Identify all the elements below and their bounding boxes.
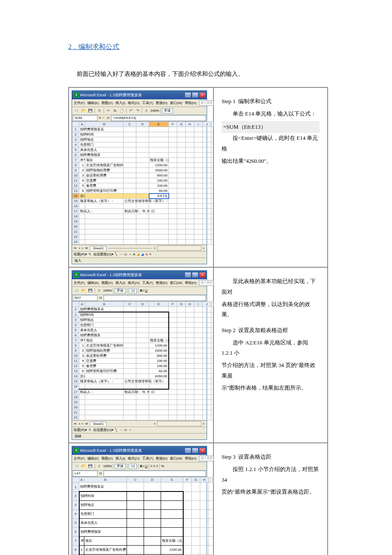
step2-screenshot-cell: XMicrosoft Excel - 1.3招聘费用预算表 _□× 文件(F)编… (69, 267, 213, 443)
undo-icon[interactable]: ↶ (128, 108, 134, 114)
confirm-formula-icon[interactable]: ✓ (102, 116, 105, 120)
document-page: 2．编制求和公式 前面已经输入好了表格的基本内容，下面介绍求和公式的输入。 X … (0, 0, 392, 555)
spreadsheet-grid[interactable]: ABCDEFGHIJKL 1招聘费用预算表 2招聘时间 3招聘地点 4负责部门 … (72, 301, 228, 420)
step2-body1: 选中 A2:E16 单元格区域，参阅 1.2.1 小 (222, 338, 320, 358)
standard-toolbar: □ 📂 💾 ⎙ ✂ ⧉ 📋 ↶ ↷ Σ 100% (72, 107, 207, 115)
name-box[interactable]: N27 (73, 295, 98, 301)
step2-body2: 节介绍的方法，对照第 34 页的"最终效果展 (222, 360, 320, 381)
copy-icon[interactable]: ⧉ (112, 108, 118, 114)
excel-window-1: X Microsoft Excel - 1.3招聘费用预算表 _ □ × 文件(… (72, 90, 207, 264)
redo-icon[interactable]: ↷ (135, 108, 141, 114)
menu-data[interactable]: 数据(D) (156, 101, 167, 105)
minimize-button[interactable]: _ (184, 92, 191, 98)
heading-number: 2． (68, 43, 78, 50)
line-color-icon[interactable]: ◢ (141, 252, 144, 257)
rectangle-icon[interactable]: ▭ (124, 252, 127, 257)
step3-screenshot-cell: XMicrosoft Excel - 1.3招聘费用预算表 _□× 文件(F)编… (69, 443, 213, 555)
print-icon[interactable]: ⎙ (96, 108, 102, 114)
menu-bar: 文件(F) 编辑(E) 视图(V) 插入(I) 格式(O) 工具(T) 数据(D… (72, 99, 207, 107)
italic-icon[interactable]: I (143, 289, 144, 293)
status-bar: 输入 (72, 257, 207, 264)
tab-nav-next[interactable]: ▸ (82, 246, 84, 250)
maximize-button[interactable]: □ (192, 448, 199, 454)
line-icon[interactable]: ╲ (115, 252, 117, 257)
align-left-icon[interactable]: ≡ (150, 464, 153, 468)
fx-icon[interactable]: fx (99, 471, 102, 476)
font-name[interactable]: 宋体 (162, 108, 173, 113)
step2-body3: 示"图制作表格，结果如左图所示。 (222, 383, 320, 393)
tab-nav-first[interactable]: ⏮ (74, 246, 77, 250)
new-icon[interactable]: □ (74, 108, 80, 114)
maximize-button[interactable]: □ (192, 272, 199, 278)
textbox-icon[interactable]: A (133, 252, 135, 257)
font-color-icon[interactable]: A (145, 252, 147, 257)
formula-input[interactable]: =SUM(E8:E13) (111, 115, 206, 121)
spreadsheet-grid[interactable]: ABCDEFGHIJKL 1招聘费用预算表 2招聘时间 3招聘地点 4负责部门 … (72, 121, 228, 245)
menu-window[interactable]: 窗口(W) (170, 101, 182, 105)
line-style-icon[interactable]: ≡ (150, 252, 152, 257)
step3-heading: Step 3 设置表格边距 (222, 452, 320, 462)
close-button[interactable]: × (199, 448, 206, 454)
bold-icon[interactable]: B (140, 289, 142, 293)
step1-text-cell: Step 1 编制求和公式 单击 E14 单元格，输入以下公式： =SUM（E8… (213, 87, 328, 267)
open-icon[interactable]: 📂 (81, 108, 86, 114)
menu-format[interactable]: 格式(O) (128, 101, 140, 105)
menu-help[interactable]: 帮助(H) (185, 101, 196, 105)
save-icon[interactable]: 💾 (87, 108, 93, 114)
zoom-value[interactable]: 100% (150, 109, 159, 113)
fill-color-icon[interactable]: ◢ (137, 252, 139, 257)
heading-text: 编制求和公式 (78, 43, 119, 50)
formula-input[interactable] (104, 471, 206, 477)
step3-text-cell: Step 3 设置表格边距 按照 1.2.1 小节介绍的方法，对照第 34 页的… (213, 443, 328, 555)
draw-menu[interactable]: 绘图(R)▾ (74, 252, 87, 257)
menu-edit[interactable]: 编辑(E) (87, 101, 99, 105)
minimize-button[interactable]: _ (184, 448, 191, 454)
step3-body2: 页的"最终效果展示"图设置表格边距。 (222, 487, 320, 497)
title-bar: X Microsoft Excel - 1.3招聘费用预算表 _ □ × (72, 91, 207, 99)
minimize-button[interactable]: _ (184, 272, 191, 278)
cancel-formula-icon[interactable]: ✕ (98, 116, 101, 120)
tab-nav-last[interactable]: ⏭ (85, 246, 88, 250)
menu-insert[interactable]: 插入(I) (115, 101, 126, 105)
step3-body1: 按照 1.2.1 小节介绍的方法，对照第 34 (222, 464, 320, 485)
fx-icon[interactable]: fx (107, 116, 110, 120)
select-icon[interactable]: ↖ (89, 252, 92, 257)
step1-line1: 单击 E14 单元格，输入以下公式： (222, 109, 320, 119)
underline-icon[interactable]: U (145, 289, 147, 293)
align-center-icon[interactable]: ≡ (153, 464, 156, 468)
menu-tools[interactable]: 工具(T) (142, 101, 153, 105)
name-box[interactable]: SUM (73, 115, 98, 121)
align-right-icon[interactable]: ≡ (156, 464, 159, 468)
arrow-icon[interactable]: → (119, 252, 122, 257)
menu-file[interactable]: 文件(F) (74, 101, 85, 105)
name-box[interactable]: L47 (73, 471, 98, 477)
steps-table: X Microsoft Excel - 1.3招聘费用预算表 _ □ × 文件(… (68, 87, 328, 555)
step1-screenshot-cell: X Microsoft Excel - 1.3招聘费用预算表 _ □ × 文件(… (69, 87, 213, 267)
formula-input[interactable] (104, 295, 206, 301)
cut-icon[interactable]: ✂ (105, 108, 111, 114)
active-cell[interactable]: 8:E13) (149, 194, 169, 199)
close-button[interactable]: × (199, 92, 206, 98)
spreadsheet-grid[interactable]: ABCDEFGHIJ 1招聘费用预算表 2招聘时间 3招聘地点 4负责部门 5具… (72, 477, 226, 555)
paste-icon[interactable]: 📋 (119, 108, 125, 114)
step1-heading: Step 1 编制求和公式 (222, 96, 320, 107)
currency-icon[interactable]: % (161, 464, 164, 468)
maximize-button[interactable]: □ (192, 92, 199, 98)
col-header-row: ABCDEFGHIJKL (72, 122, 228, 127)
oval-icon[interactable]: ○ (129, 252, 131, 257)
autoshapes-menu[interactable]: 自选图形(U)▾ (93, 252, 113, 257)
step1-formula: =SUM（E8:E13） (222, 121, 320, 133)
step1-line2a: 按<Enter>键确认，此时在 E14 单元格 (222, 133, 320, 154)
window-controls: _ □ × (184, 92, 206, 98)
close-button[interactable]: × (199, 272, 206, 278)
step2-text-cell: 至此表格的基本功能已经实现，下面对 表格进行格式调整，以达到美化的效果。 Ste… (213, 267, 328, 443)
fx-icon[interactable]: fx (99, 296, 102, 300)
drawing-toolbar: 绘图(R)▾ ↖ 自选图形(U)▾ ╲ → ▭ ○ A ◢ ◢ A ≡ (72, 251, 207, 257)
excel-window-3: XMicrosoft Excel - 1.3招聘费用预算表 _□× 文件(F)编… (72, 446, 207, 555)
sheet-tab-1[interactable]: Sheet1 (90, 246, 107, 251)
tab-nav-prev[interactable]: ◂ (78, 246, 80, 250)
step2-intro1: 至此表格的基本功能已经实现，下面对 (222, 276, 320, 297)
sum-icon[interactable]: Σ (144, 108, 150, 114)
menu-view[interactable]: 视图(V) (101, 101, 113, 105)
section-heading: 2．编制求和公式 (68, 43, 328, 52)
